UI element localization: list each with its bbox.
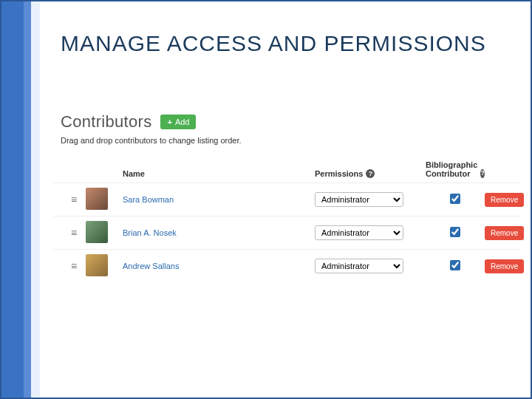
slide-title: MANAGE ACCESS AND PERMISSIONS [61, 31, 486, 56]
permission-select[interactable]: AdministratorRead + WriteRead [315, 225, 403, 240]
reorder-hint: Drag and drop contributors to change lis… [53, 136, 520, 151]
avatar [86, 221, 108, 243]
drag-handle-icon[interactable]: ≡ [61, 227, 86, 239]
contributor-row: ≡Sara BowmanAdministratorRead + WriteRea… [53, 183, 520, 216]
plus-icon: + [167, 117, 171, 126]
drag-handle-icon[interactable]: ≡ [61, 260, 86, 272]
contributor-row: ≡Andrew SallansAdministratorRead + Write… [53, 249, 520, 282]
contributors-panel: Contributors + Add Drag and drop contrib… [53, 111, 520, 282]
add-button-label: Add [175, 117, 190, 126]
biblio-checkbox[interactable] [450, 194, 460, 204]
contributor-name-link[interactable]: Sara Bowman [123, 195, 174, 204]
slide-accent-band [1, 1, 31, 398]
remove-button[interactable]: Remove [485, 193, 524, 207]
col-name: Name [123, 169, 315, 178]
biblio-help-icon[interactable]: ? [480, 169, 485, 178]
col-permissions: Permissions [315, 169, 363, 178]
contributor-name-link[interactable]: Andrew Sallans [123, 262, 179, 270]
drag-handle-icon[interactable]: ≡ [61, 194, 86, 205]
col-biblio: Bibliographic Contributor [426, 161, 477, 178]
biblio-checkbox[interactable] [450, 260, 460, 270]
remove-button[interactable]: Remove [485, 259, 524, 273]
permissions-help-icon[interactable]: ? [366, 169, 375, 178]
remove-button[interactable]: Remove [485, 226, 524, 240]
contributor-name-link[interactable]: Brian A. Nosek [123, 228, 177, 237]
add-contributor-button[interactable]: + Add [160, 115, 196, 129]
contributor-row: ≡Brian A. NosekAdministratorRead + Write… [53, 216, 520, 249]
panel-heading: Contributors [61, 112, 151, 132]
table-header-row: Name Permissions ? Bibliographic Contrib… [53, 151, 520, 183]
avatar [86, 188, 108, 210]
permission-select[interactable]: AdministratorRead + WriteRead [315, 259, 403, 273]
avatar [86, 254, 108, 276]
permission-select[interactable]: AdministratorRead + WriteRead [315, 192, 403, 207]
biblio-checkbox[interactable] [450, 227, 460, 237]
